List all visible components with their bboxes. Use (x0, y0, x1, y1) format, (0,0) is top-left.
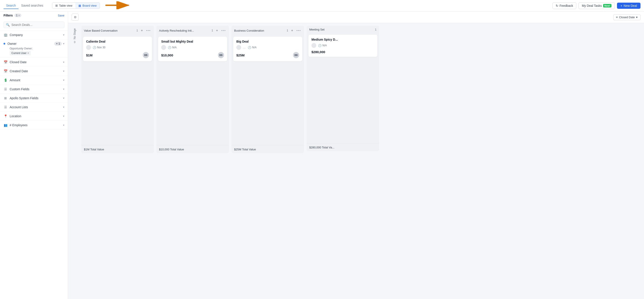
deal-card[interactable]: Medium Spicy D... 🕐 N/A $280,000 (308, 35, 377, 57)
search-icon: 🔍 (6, 23, 10, 26)
account-lists-icon: ☰ (4, 105, 8, 109)
no-stage-label: No Stage (73, 28, 76, 39)
col-total-2: $25M Total Value (234, 148, 256, 151)
saved-searches-tab[interactable]: Saved searches (18, 2, 46, 9)
col-total-1: $10,000 Total Value (159, 148, 184, 151)
deal-meta: 🕐 Nov 30 (86, 45, 149, 50)
owner-dot (4, 43, 5, 44)
filter-row-employees[interactable]: 👥 # Employees ▾ (0, 121, 68, 130)
clock-icon: 🕐 (168, 46, 171, 49)
company-filter-label: Company (10, 33, 23, 37)
col-header-0: Value Based Conversation 1 + ••• (81, 26, 154, 35)
col-title-2: Business Consideration (234, 29, 285, 32)
filters-header: Filters 1 × Save (0, 11, 68, 19)
custom-fields-filter-label: Custom Fields (10, 87, 29, 91)
apollo-system-icon: ⊞ (4, 96, 8, 100)
location-chevron-icon: ▾ (63, 115, 64, 118)
feedback-button[interactable]: ↻ Feedback (552, 2, 576, 9)
owner-filter-top[interactable]: Owner × 1 ▾ (4, 42, 64, 46)
col-menu-button-1[interactable]: ••• (221, 28, 226, 33)
deal-name: Medium Spicy D... (312, 38, 374, 41)
search-input[interactable] (12, 23, 62, 26)
deal-initials: BB (218, 52, 224, 58)
filter-row-custom-fields[interactable]: ☰ Custom Fields ▾ (0, 85, 68, 93)
search-input-wrap: 🔍 (4, 21, 64, 28)
deal-amount: $280,000 (312, 50, 325, 54)
closed-date-icon: 📅 (4, 60, 8, 64)
created-date-icon: 📅 (4, 69, 8, 73)
col-count-0: 1 (136, 29, 138, 32)
col-title-1: Actively Rescheduling Init... (159, 29, 210, 32)
top-bar: Search Saved searches ⊞ Table view ▦ Boa… (0, 0, 644, 11)
col-add-button-2[interactable]: + (290, 28, 295, 33)
col-count-3: 1 (375, 28, 376, 31)
deal-footer: $280,000 (312, 50, 374, 54)
col-footer-3: $280,000 Total Va... (306, 143, 379, 151)
search-tab[interactable]: Search (4, 2, 18, 9)
filter-section-employees: 👥 # Employees ▾ (0, 121, 68, 130)
deal-name: Small but Mighty Deal (161, 40, 224, 43)
filter-section-company: 🏢 Company ▾ (0, 30, 68, 39)
filter-row-created-date[interactable]: 📅 Created Date ▾ (0, 67, 68, 75)
filter-section-amount: 💲 Amount ▾ (0, 76, 68, 85)
save-filters-link[interactable]: Save (58, 14, 64, 17)
filter-toggle-button[interactable]: ⚙ (72, 13, 79, 21)
deal-amount: $25M (236, 53, 245, 57)
sliders-icon: ⚙ (74, 15, 77, 19)
filter-row-company[interactable]: 🏢 Company ▾ (0, 30, 68, 39)
col-count-1: 1 (212, 29, 213, 32)
amount-chevron-icon: ▾ (63, 79, 64, 82)
deal-initials: BB (143, 52, 149, 58)
deal-name: Caliente Deal (86, 40, 149, 43)
board-column-0: Value Based Conversation 1 + ••• Calient… (81, 26, 154, 153)
col-cards-0: Caliente Deal 🕐 Nov 30 $1M BB (81, 35, 154, 145)
deal-amount: $10,000 (161, 53, 173, 57)
filter-row-closed-date[interactable]: 📅 Closed Date ▾ (0, 58, 68, 66)
location-icon: 📍 (4, 114, 8, 118)
filter-row-location[interactable]: 📍 Location ▾ (0, 112, 68, 120)
amount-icon: 💲 (4, 78, 8, 82)
col-add-button-0[interactable]: + (139, 28, 144, 33)
filter-clear-icon[interactable]: × (18, 14, 20, 17)
clock-icon: 🕐 (318, 44, 322, 47)
deal-card[interactable]: Small but Mighty Deal 🕐 N/A $10,000 (158, 37, 227, 61)
current-user-remove-icon[interactable]: × (28, 52, 29, 55)
top-bar-right: ↻ Feedback My Deal Tasks New! + New Deal (552, 2, 640, 9)
table-icon: ⊞ (55, 4, 58, 7)
deal-footer: $25M BB (236, 52, 299, 58)
filter-controls: ⚙ (72, 13, 79, 21)
filter-section-owner: Owner × 1 ▾ Opportunity Owner: (0, 39, 68, 58)
employees-filter-label: # Employees (10, 123, 28, 127)
col-menu-button-0[interactable]: ••• (146, 28, 151, 33)
sidebar: Filters 1 × Save 🔍 🏢 Company (0, 11, 68, 299)
feedback-icon: ↻ (556, 4, 558, 7)
col-cards-1: Small but Mighty Deal 🕐 N/A $10,000 (156, 35, 229, 145)
filter-row-account-lists[interactable]: ☰ Account Lists ▾ (0, 103, 68, 111)
deal-card[interactable]: Big Deal … 🕐 N/A $25M (233, 37, 302, 61)
no-stage-count: 0 (74, 41, 76, 44)
col-add-button-1[interactable]: + (214, 28, 220, 33)
board-view-btn[interactable]: ▦ Board view (75, 3, 100, 8)
deal-card[interactable]: Caliente Deal 🕐 Nov 30 $1M BB (83, 37, 152, 61)
filter-row-amount[interactable]: 💲 Amount ▾ (0, 76, 68, 84)
my-deal-tasks-button[interactable]: My Deal Tasks New! (578, 2, 615, 9)
created-date-filter-label: Created Date (10, 69, 28, 73)
sort-by-button[interactable]: ≡ Closed Date ▾ (613, 14, 640, 20)
closed-date-filter-label: Closed Date (10, 60, 26, 64)
board-icon: ▦ (78, 4, 81, 7)
amount-filter-label: Amount (10, 78, 20, 82)
deal-date: 🕐 N/A (168, 46, 176, 49)
view-toggle: ⊞ Table view ▦ Board view (52, 2, 100, 9)
avatar (312, 43, 316, 48)
col-menu-button-2[interactable]: ••• (296, 28, 301, 33)
clock-icon: 🕐 (93, 46, 96, 49)
clock-icon: 🕐 (248, 46, 251, 49)
filter-row-apollo-system[interactable]: ⊞ Apollo System Fields ▾ (0, 94, 68, 102)
col-cards-3: Medium Spicy D... 🕐 N/A $280,000 (306, 33, 379, 143)
avatar (161, 45, 166, 50)
table-view-btn[interactable]: ⊞ Table view (52, 3, 76, 8)
sort-icon: ≡ (616, 15, 618, 19)
filter-section-custom-fields: ☰ Custom Fields ▾ (0, 85, 68, 94)
new-deal-button[interactable]: + New Deal (617, 3, 640, 9)
filter-section-created-date: 📅 Created Date ▾ (0, 67, 68, 76)
